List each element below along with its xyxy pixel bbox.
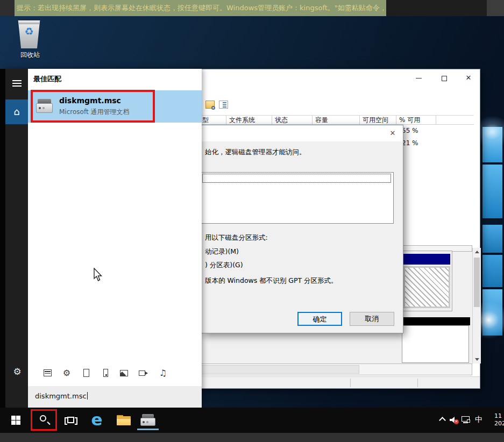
search-result-diskmgmt[interactable] bbox=[28, 90, 202, 123]
wallpaper-window-pane bbox=[482, 165, 502, 218]
clock-date: 2026 bbox=[494, 420, 504, 427]
column-empty[interactable] bbox=[436, 116, 474, 124]
initialize-disk-dialog: ✕ 始化，逻辑磁盘管理器才能访问。 用以下磁盘分区形式: 动记录)(M) ) 分… bbox=[202, 125, 403, 333]
active-app-underline bbox=[137, 429, 159, 430]
minimize-button[interactable] bbox=[413, 73, 424, 83]
close-icon: ✕ bbox=[466, 74, 472, 82]
partition-style-prompt: 用以下磁盘分区形式: bbox=[205, 233, 268, 243]
search-query-text: diskmgmt.msc bbox=[35, 392, 87, 400]
scroll-up-icon[interactable] bbox=[475, 251, 479, 253]
photos-filter-icon[interactable] bbox=[119, 368, 129, 378]
gpt-note-text: 版本的 Windows 都不识别 GPT 分区形式。 bbox=[205, 276, 338, 286]
tray-chevron-up-icon[interactable] bbox=[439, 417, 446, 424]
mbr-option-label[interactable]: 动记录)(M) bbox=[205, 247, 239, 256]
disk-selection-listbox[interactable] bbox=[202, 172, 394, 224]
dialog-message: 始化，逻辑磁盘管理器才能访问。 bbox=[205, 148, 306, 157]
disk-drive-icon bbox=[140, 414, 155, 426]
desktop-screen: 提示：若出现持续黑屏，则表示屏幕处在休眠状态，按任意键即可。Windows管理员… bbox=[0, 0, 504, 442]
taskbar-search-button[interactable] bbox=[31, 409, 57, 431]
best-match-header: 最佳匹配 bbox=[33, 74, 61, 84]
magnifier-lens-icon bbox=[211, 106, 215, 110]
network-icon[interactable] bbox=[462, 416, 471, 424]
windows-search-panel: ⌂ ⚙ 最佳匹配 diskmgmt.msc Microsoft 通用管理文档 ⚙… bbox=[5, 69, 202, 408]
column-free-space[interactable]: 可用空间 bbox=[360, 116, 396, 124]
column-status[interactable]: 状态 bbox=[272, 116, 313, 124]
properties-list-icon[interactable] bbox=[219, 101, 228, 109]
column-filesystem[interactable]: 文件系统 bbox=[226, 116, 272, 124]
disk2-black-bar[interactable] bbox=[402, 317, 470, 325]
screen-edge-strip bbox=[0, 69, 5, 408]
notification-banner: 提示：若出现持续黑屏，则表示屏幕处在休眠状态，按任意键即可。Windows管理员… bbox=[0, 0, 504, 16]
close-button[interactable]: ✕ bbox=[463, 73, 474, 83]
volume-table-header: 型 文件系统 状态 容量 可用空间 % 可用 bbox=[195, 115, 474, 125]
banner-left-block bbox=[0, 0, 15, 16]
scrollbar-thumb[interactable] bbox=[198, 365, 359, 374]
diskmgmt-app-icon bbox=[36, 99, 53, 113]
clock-time: 11 bbox=[494, 412, 504, 420]
videos-filter-icon[interactable] bbox=[138, 368, 148, 378]
screen-bottom-strip bbox=[0, 433, 504, 442]
file-explorer-button[interactable] bbox=[112, 408, 136, 433]
table-row-percent-free[interactable]: 21 % bbox=[402, 139, 418, 147]
mmc-toolbar bbox=[195, 97, 480, 112]
volume-muted-icon[interactable]: ✕ bbox=[450, 416, 459, 424]
column-capacity[interactable]: 容量 bbox=[313, 116, 360, 124]
sidebar-settings-button[interactable]: ⚙ bbox=[11, 366, 23, 377]
banner-message: 提示：若出现持续黑屏，则表示屏幕处在休眠状态，按任意键即可。Windows管理员… bbox=[17, 4, 386, 12]
scrollbar-thumb[interactable] bbox=[474, 258, 480, 307]
banner-corner-block bbox=[487, 0, 504, 16]
gpt-option-label[interactable]: ) 分区表)(G) bbox=[205, 261, 243, 270]
mute-x-badge: ✕ bbox=[454, 419, 459, 424]
maximize-icon bbox=[442, 76, 447, 81]
text-caret bbox=[87, 392, 88, 400]
windows-logo-icon bbox=[11, 416, 20, 425]
selected-disk-item[interactable] bbox=[202, 174, 391, 183]
window-titlebar[interactable] bbox=[195, 69, 480, 87]
result-subtitle: Microsoft 通用管理文档 bbox=[59, 108, 129, 117]
gear-icon: ⚙ bbox=[13, 366, 21, 377]
music-filter-icon[interactable]: ♫ bbox=[158, 368, 168, 378]
vertical-scrollbar[interactable] bbox=[472, 248, 481, 363]
disk2-region-box[interactable] bbox=[402, 325, 469, 363]
ie-icon: e bbox=[91, 410, 102, 429]
status-bar bbox=[195, 376, 480, 388]
minimize-icon bbox=[416, 78, 422, 79]
scroll-down-icon[interactable] bbox=[475, 358, 479, 361]
cancel-button[interactable]: 取消 bbox=[350, 312, 394, 326]
horizontal-scrollbar[interactable] bbox=[196, 363, 472, 375]
task-view-icon bbox=[65, 416, 77, 424]
task-view-button[interactable] bbox=[60, 408, 82, 433]
recycle-bin-label: 回收站 bbox=[14, 51, 46, 60]
settings-filter-icon[interactable]: ⚙ bbox=[62, 368, 72, 378]
wallpaper-window-pane bbox=[482, 225, 502, 253]
dialog-close-button[interactable]: ✕ bbox=[387, 127, 399, 139]
taskbar-clock[interactable]: 11 2026 bbox=[494, 412, 504, 427]
documents-filter-icon[interactable] bbox=[82, 368, 91, 378]
table-row-percent-free[interactable]: 55 % bbox=[402, 127, 418, 134]
folder-search-icon[interactable] bbox=[205, 101, 215, 109]
start-button[interactable] bbox=[4, 408, 29, 433]
close-icon: ✕ bbox=[390, 129, 396, 137]
maximize-button[interactable] bbox=[438, 73, 450, 83]
hamburger-menu-icon[interactable] bbox=[12, 80, 22, 87]
folders-filter-icon[interactable] bbox=[101, 368, 111, 378]
recycle-glyph-icon: ♻ bbox=[17, 25, 41, 37]
ok-button[interactable]: 确定 bbox=[297, 312, 342, 326]
result-title[interactable]: diskmgmt.msc bbox=[59, 96, 121, 105]
banner-highlighted-text: 提示：若出现持续黑屏，则表示屏幕处在休眠状态，按任意键即可。Windows管理员… bbox=[15, 0, 386, 16]
taskbar: e ✕ 中 11 2026 bbox=[0, 408, 504, 433]
status-divider bbox=[350, 379, 351, 387]
search-input[interactable]: diskmgmt.msc bbox=[28, 386, 202, 408]
recycle-bin-desktop-icon[interactable]: ♻ 回收站 bbox=[14, 20, 46, 63]
column-percent-free[interactable]: % 可用 bbox=[396, 116, 436, 124]
recycle-bin-rim bbox=[17, 20, 41, 24]
apps-filter-icon[interactable] bbox=[43, 368, 53, 378]
partition-bar-navy[interactable] bbox=[403, 254, 450, 265]
unallocated-hatched-region[interactable] bbox=[403, 266, 450, 308]
internet-explorer-button[interactable]: e bbox=[85, 408, 109, 433]
sidebar-home-button[interactable]: ⌂ bbox=[5, 99, 28, 124]
dialog-titlebar[interactable] bbox=[202, 125, 403, 141]
search-filter-row: ⚙ ♫ bbox=[28, 364, 202, 384]
ime-indicator[interactable]: 中 bbox=[475, 415, 482, 425]
search-icon bbox=[40, 415, 46, 422]
